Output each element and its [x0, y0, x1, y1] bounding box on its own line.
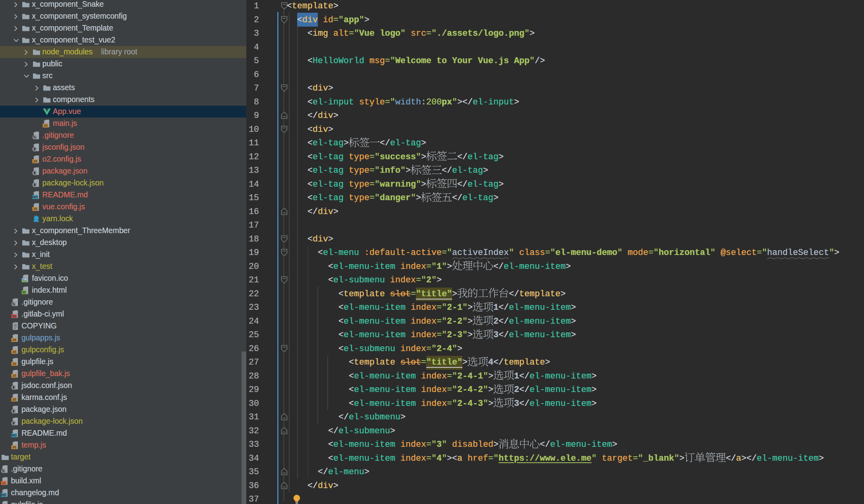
svg-text:{ }: { }: [12, 421, 16, 425]
svg-text:JS: JS: [12, 362, 16, 366]
svg-text:JS: JS: [12, 338, 16, 342]
svg-text:MD: MD: [1, 493, 6, 497]
svg-text:{ }: { }: [12, 386, 16, 390]
svg-text:{ }: { }: [12, 409, 16, 413]
svg-text:MD: MD: [11, 433, 17, 437]
svg-text:{ }: { }: [33, 183, 37, 187]
svg-text:JS: JS: [12, 374, 16, 378]
svg-text:JS: JS: [43, 124, 48, 127]
svg-text:MD: MD: [32, 195, 38, 199]
svg-text:YML: YML: [11, 315, 17, 318]
svg-text:JS: JS: [33, 207, 37, 211]
svg-text:H: H: [23, 290, 25, 294]
svg-text:JS: JS: [33, 159, 37, 163]
svg-text:{ }: { }: [33, 171, 37, 175]
svg-text:JS: JS: [12, 445, 16, 449]
svg-text:<>: <>: [2, 481, 6, 485]
svg-text:JS: JS: [12, 398, 16, 402]
svg-text:{ }: { }: [33, 147, 37, 151]
svg-text:JS: JS: [12, 350, 16, 354]
